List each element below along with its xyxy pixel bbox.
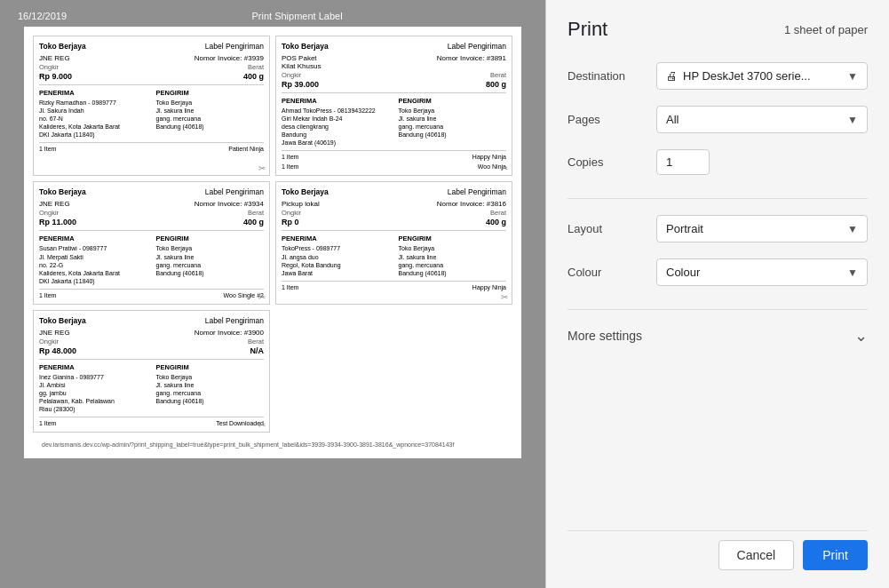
cancel-button[interactable]: Cancel [718,540,795,570]
layout-control: Portrait ▼ [656,215,868,242]
label4-item-count: 1 Item [282,284,298,290]
label1-penerima-lbl: PENERIMA [39,89,147,97]
label2-ongkir-lbl: Ongkir [282,71,301,79]
label1-pengirim-name: Toko Berjaya [156,99,264,107]
settings-panel: Print 1 sheet of paper Destination 🖨 HP … [545,0,889,588]
label2-ongkir-val: Rp 39.000 [282,80,319,89]
more-settings-row[interactable]: More settings ⌄ [568,326,868,346]
label1-type: Label Pengiriman [205,42,264,51]
label1-ongkir-lbl: Ongkir [39,63,59,71]
more-settings-chevron-icon: ⌄ [854,326,868,346]
copies-label: Copies [568,155,656,169]
label1-item-count: 1 Item [39,146,56,152]
printer-icon: 🖨 [666,69,678,83]
label5-ongkir-val: Rp 48.000 [39,346,76,355]
label3-berat-lbl: Berat [248,209,264,217]
label-row-1: Toko Berjaya Label Pengiriman JNE REG No… [33,36,512,176]
pages-value: All [666,113,847,126]
preview-header: 16/12/2019 Print Shipment Label [0,9,545,27]
label2-berat-lbl: Berat [490,71,506,79]
scissors-icon-3: ✂ [258,292,266,302]
label3-ongkir-val: Rp 11.000 [39,218,76,226]
label2-berat-val: 800 g [486,80,506,89]
label2-penerima-name: Ahmad TokoPress - 08139432222 [282,107,389,115]
scissors-icon-4: ✂ [501,292,508,302]
footer-buttons: Cancel Print [568,530,868,570]
label3-courier: JNE REG [39,200,70,208]
destination-arrow-icon: ▼ [847,70,858,83]
copies-input[interactable] [656,149,710,175]
label3-ongkir-lbl: Ongkir [39,209,59,217]
label2-item1-name: Happy Ninja [472,154,506,160]
label5-item-name: Test Downloaded [216,420,264,426]
label3-penerima-addr: Jl. Merpati Sakti no. 22-G Kalideres, Ko… [39,253,147,285]
label-row-3: Toko Berjaya Label Pengiriman JNE REG No… [33,310,512,433]
layout-label: Layout [568,222,656,235]
label1-penerima-addr: Jl. Sakura Indah no. 67-N Kalideres, Kot… [39,107,147,139]
label5-shop: Toko Berjaya [39,316,86,325]
label5-berat-val: N/A [250,346,265,355]
colour-dropdown[interactable]: Colour ▼ [656,258,868,286]
pages-dropdown[interactable]: All ▼ [656,106,868,133]
label3-pengirim-addr: Jl. sakura line gang. mercuana Bandung (… [156,253,264,277]
label1-penerima-name: Rizky Ramadhan - 0989777 [39,99,147,107]
destination-dropdown[interactable]: 🖨 HP DeskJet 3700 serie... ▼ [656,62,868,90]
pages-label: Pages [568,113,656,126]
label3-shop: Toko Berjaya [39,187,86,196]
pages-arrow-icon: ▼ [847,114,858,126]
url-bar: dev.larismanis.dev.cc/wp-admin/?print_sh… [33,440,512,449]
label1-courier: JNE REG [39,54,70,62]
label5-penerima-lbl: PENERIMA [39,363,147,371]
label2-pengirim-addr: Jl. sakura line gang. mercuana Bandung (… [399,115,506,139]
print-button[interactable]: Print [803,540,868,570]
label2-pengirim-name: Toko Berjaya [399,107,506,115]
layout-dropdown[interactable]: Portrait ▼ [656,215,868,242]
label1-ongkir-val: Rp 9.000 [39,72,72,81]
label1-invoice: Nomor Invoice: #3939 [194,54,264,62]
empty-cell [275,310,512,433]
pages-row: Pages All ▼ [568,106,868,133]
divider-1 [568,198,868,199]
colour-control: Colour ▼ [656,258,868,286]
copies-row: Copies [568,149,868,175]
colour-value: Colour [666,266,847,279]
label-card-4: Toko Berjaya Label Pengiriman Pickup lok… [275,181,512,304]
more-settings-label: More settings [568,329,642,343]
pages-control: All ▼ [656,106,868,133]
preview-title: Print Shipment Label [251,11,342,21]
label2-item1-count: 1 Item [282,154,298,160]
label4-berat-lbl: Berat [490,209,506,217]
layout-value: Portrait [666,222,847,235]
label2-invoice: Nomor Invoice: #3891 [437,54,506,70]
label-card-1: Toko Berjaya Label Pengiriman JNE REG No… [33,36,270,176]
label5-pengirim-addr: Jl. sakura line gang. mercuana Bandung (… [156,381,264,405]
layout-row: Layout Portrait ▼ [568,215,868,242]
label-card-2: Toko Berjaya Label Pengiriman POS Paket … [275,36,512,176]
label1-pengirim-lbl: PENGIRIM [156,89,264,97]
label-card-3: Toko Berjaya Label Pengiriman JNE REG No… [33,181,270,304]
destination-label: Destination [568,69,656,83]
label1-shop: Toko Berjaya [39,42,86,51]
label3-item-count: 1 Item [39,292,56,298]
label3-type: Label Pengiriman [205,187,264,196]
settings-title: Print [568,18,607,41]
destination-control: 🖨 HP DeskJet 3700 serie... ▼ [656,62,868,90]
label5-penerima-addr: Jl. Ambisi gg. jambu Pelalawan, Kab. Pel… [39,381,147,413]
label4-penerima-lbl: PENERIMA [282,234,389,242]
label3-pengirim-lbl: PENGIRIM [156,234,264,242]
label4-shop: Toko Berjaya [282,187,329,196]
label5-penerima-name: Inez Gianina - 0989777 [39,373,147,381]
label5-pengirim-lbl: PENGIRIM [156,363,264,371]
label4-berat-val: 400 g [486,218,506,226]
preview-date: 16/12/2019 [18,11,67,21]
destination-row: Destination 🖨 HP DeskJet 3700 serie... ▼ [568,62,868,90]
label4-courier: Pickup lokal [282,200,320,208]
label2-shop: Toko Berjaya [282,42,329,51]
scissors-icon-1: ✂ [258,163,266,173]
preview-panel: 16/12/2019 Print Shipment Label Toko Ber… [0,0,545,588]
label1-item-name: Patient Ninja [228,146,264,152]
label5-pengirim-name: Toko Berjaya [156,373,264,381]
label3-berat-val: 400 g [243,218,264,226]
copies-control [656,149,868,175]
label5-invoice: Nomor Invoice: #3900 [194,329,264,337]
